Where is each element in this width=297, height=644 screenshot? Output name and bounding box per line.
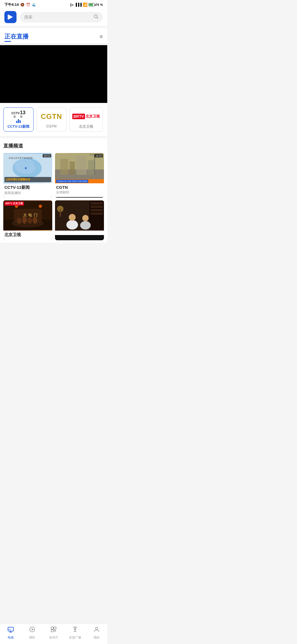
channel-tab-cctv13[interactable]: CCTV 13 新 闻 CCTV-13新闻 (3, 107, 34, 132)
battery-percent: 74 (96, 3, 99, 6)
svg-point-23 (28, 217, 32, 224)
search-bar[interactable]: 搜索 (20, 12, 103, 23)
svg-point-24 (33, 217, 37, 224)
status-left: 下午4:14 🔕 ⏰ 🌊 (4, 2, 36, 7)
channel-grid: 全国山洪灾害气象预警图 山洪灾害红色预警发布 16:11 CCTV-13新闻 新… (3, 153, 104, 240)
wifi-icon: 📶 (83, 2, 87, 7)
cctv13-desc: 新闻直播间 (4, 191, 51, 195)
svg-rect-35 (91, 209, 103, 211)
svg-text:门: 门 (34, 213, 37, 217)
cctv13-time-badge: 16:11 (43, 154, 51, 157)
battery-icon (89, 3, 95, 6)
svg-point-41 (80, 221, 90, 230)
cctv13-thumb: 全国山洪灾害气象预警图 山洪灾害红色预警发布 16:11 (3, 153, 52, 183)
svg-text:全国山洪灾害气象预警图: 全国山洪灾害气象预警图 (9, 157, 33, 159)
channel-card-interview[interactable] (55, 200, 104, 240)
search-placeholder: 搜索 (24, 15, 91, 20)
cctv13-name: CCTV-13新闻 (4, 185, 51, 190)
channel-tab-cgtn[interactable]: CGTN CGTN (36, 107, 67, 132)
signal-icon: ▐▐▐ (75, 3, 82, 7)
svg-text:电: 电 (28, 213, 32, 217)
app-logo[interactable] (4, 11, 16, 23)
svg-marker-0 (9, 15, 13, 20)
cctv13-thumb-overlay: 山洪灾害红色预警发布 (4, 177, 51, 182)
svg-rect-11 (60, 159, 68, 175)
svg-point-7 (25, 167, 27, 169)
svg-rect-32 (89, 201, 104, 230)
brtv-thumb: 大 电 门 BRTV 北京卫视 (3, 200, 52, 231)
interview-thumb (55, 200, 104, 231)
svg-point-40 (69, 214, 76, 221)
brtv-info: 北京卫视 (3, 231, 52, 240)
svg-rect-12 (70, 162, 75, 175)
svg-rect-34 (91, 206, 103, 208)
status-right: ▷ ▐▐▐ 📶 74% (70, 2, 103, 7)
cctv13-logo: CCTV 13 新 闻 (12, 111, 26, 122)
channel-tab-name-cctv13: CCTV-13新闻 (7, 124, 29, 129)
channel-card-cgtn[interactable]: CHINA IN THE PAST DECADE 16:10 CGTN 全球财经 (55, 153, 104, 198)
svg-rect-33 (91, 202, 103, 204)
svg-text:大: 大 (23, 213, 27, 217)
time: 下午4:14 (4, 2, 19, 7)
svg-rect-14 (88, 160, 95, 175)
channel-tab-name-cgtn: CGTN (46, 124, 57, 128)
cgtn-thumb: CHINA IN THE PAST DECADE 16:10 (55, 153, 104, 183)
live-channels-section: 直播频道 全国山洪灾害气象预警图 山洪灾害红色预警 (0, 138, 107, 242)
channel-tab-name-brtv: 北京卫视 (79, 124, 93, 129)
live-section-title: 正在直播 (4, 32, 29, 41)
cgtn-thumb-overlay: CHINA IN THE PAST DECADE (55, 179, 104, 183)
cgtn-desc: 全球财经 (56, 190, 103, 195)
header: 搜索 (0, 8, 107, 26)
svg-rect-1 (8, 15, 9, 20)
svg-rect-36 (91, 212, 103, 215)
cctv13-info: CCTV-13新闻 新闻直播间 (3, 183, 52, 198)
channel-tabs: CCTV 13 新 闻 CCTV-13新闻 CGTN CGTN (0, 103, 107, 136)
svg-point-39 (66, 220, 78, 230)
section-title-bar: 正在直播 ≡ (0, 28, 107, 43)
channel-card-cctv13[interactable]: 全国山洪灾害气象预警图 山洪灾害红色预警发布 16:11 CCTV-13新闻 新… (3, 153, 52, 198)
bluetooth-icon: ▷ (70, 2, 73, 7)
svg-point-42 (82, 215, 89, 221)
brtv-logo: BRTV 北京卫视 (72, 111, 100, 122)
status-bar: 下午4:14 🔕 ⏰ 🌊 ▷ ▐▐▐ 📶 74% (0, 0, 107, 8)
channel-card-brtv[interactable]: 大 电 门 BRTV 北京卫视 北京卫视 (3, 200, 52, 240)
cgtn-time-badge: 16:10 (94, 154, 103, 157)
svg-point-21 (17, 218, 21, 224)
cgtn-logo: CGTN (41, 111, 62, 122)
menu-icon[interactable]: ≡ (100, 34, 103, 40)
emoji-icon: 🌊 (32, 3, 36, 7)
brtv-name: 北京卫视 (4, 232, 51, 238)
search-icon (94, 14, 98, 20)
svg-point-26 (39, 205, 42, 208)
brtv-badge: BRTV 北京卫视 (4, 201, 24, 206)
svg-line-3 (97, 17, 98, 18)
video-player[interactable] (0, 45, 107, 103)
cgtn-name: CGTN (56, 185, 103, 190)
silent-icon: 🔕 (20, 3, 24, 7)
interview-info (55, 231, 104, 235)
svg-point-2 (94, 15, 97, 18)
alarm-icon: ⏰ (26, 3, 30, 7)
svg-rect-38 (60, 209, 61, 217)
svg-point-22 (22, 216, 26, 224)
cgtn-info: CGTN 全球财经 (55, 183, 104, 197)
channel-tab-brtv[interactable]: BRTV 北京卫视 北京卫视 (69, 107, 103, 132)
live-channels-title: 直播频道 (3, 143, 104, 149)
svg-rect-13 (76, 156, 87, 175)
